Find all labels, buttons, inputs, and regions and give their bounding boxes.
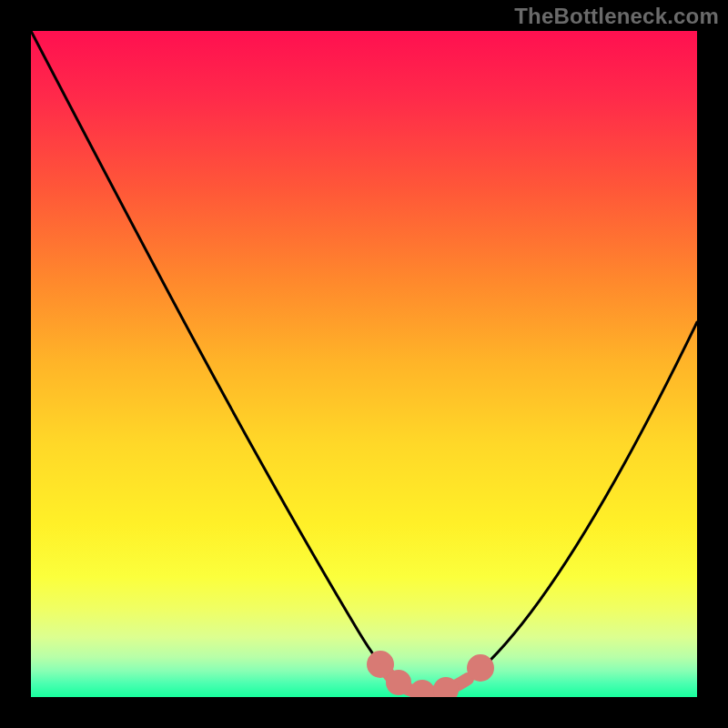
bottleneck-curve (31, 31, 697, 692)
svg-point-2 (392, 676, 405, 689)
curve-layer (31, 31, 697, 697)
highlight-band (373, 657, 488, 697)
svg-point-0 (373, 657, 388, 672)
plot-area (31, 31, 697, 697)
svg-point-3 (416, 686, 429, 697)
svg-point-1 (473, 661, 488, 675)
watermark-text: TheBottleneck.com (514, 4, 719, 29)
svg-point-4 (440, 683, 452, 696)
chart-frame: TheBottleneck.com (0, 0, 728, 728)
